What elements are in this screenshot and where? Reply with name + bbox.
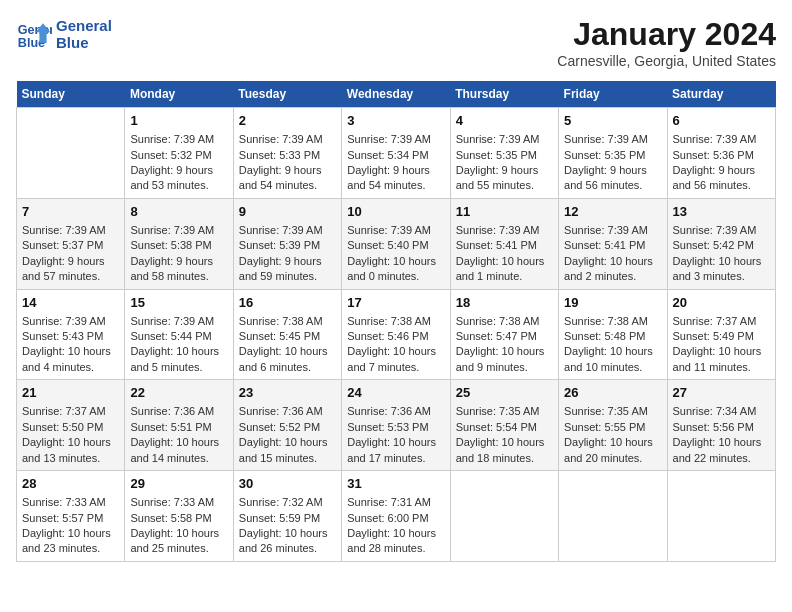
daylight-line: Daylight: 10 hours and 9 minutes. xyxy=(456,344,553,375)
header-monday: Monday xyxy=(125,81,233,108)
sunrise-line: Sunrise: 7:36 AM xyxy=(239,404,336,419)
sunrise-line: Sunrise: 7:39 AM xyxy=(130,223,227,238)
daylight-line: Daylight: 9 hours and 54 minutes. xyxy=(347,163,444,194)
day-number: 14 xyxy=(22,294,119,312)
logo-icon: General Blue xyxy=(16,16,52,52)
day-cell: 4Sunrise: 7:39 AMSunset: 5:35 PMDaylight… xyxy=(450,108,558,199)
sunrise-line: Sunrise: 7:39 AM xyxy=(456,223,553,238)
day-cell: 23Sunrise: 7:36 AMSunset: 5:52 PMDayligh… xyxy=(233,380,341,471)
sunrise-line: Sunrise: 7:36 AM xyxy=(347,404,444,419)
day-cell: 30Sunrise: 7:32 AMSunset: 5:59 PMDayligh… xyxy=(233,471,341,562)
sunrise-line: Sunrise: 7:38 AM xyxy=(347,314,444,329)
daylight-line: Daylight: 10 hours and 13 minutes. xyxy=(22,435,119,466)
daylight-line: Daylight: 9 hours and 59 minutes. xyxy=(239,254,336,285)
sunset-line: Sunset: 5:45 PM xyxy=(239,329,336,344)
logo: General Blue General Blue xyxy=(16,16,112,52)
day-number: 2 xyxy=(239,112,336,130)
header-friday: Friday xyxy=(559,81,667,108)
daylight-line: Daylight: 9 hours and 56 minutes. xyxy=(673,163,770,194)
sunrise-line: Sunrise: 7:35 AM xyxy=(456,404,553,419)
sunset-line: Sunset: 5:44 PM xyxy=(130,329,227,344)
sunrise-line: Sunrise: 7:39 AM xyxy=(130,314,227,329)
day-cell: 27Sunrise: 7:34 AMSunset: 5:56 PMDayligh… xyxy=(667,380,775,471)
day-cell xyxy=(667,471,775,562)
sunset-line: Sunset: 5:59 PM xyxy=(239,511,336,526)
day-cell: 18Sunrise: 7:38 AMSunset: 5:47 PMDayligh… xyxy=(450,289,558,380)
day-cell: 31Sunrise: 7:31 AMSunset: 6:00 PMDayligh… xyxy=(342,471,450,562)
weekday-header-row: SundayMondayTuesdayWednesdayThursdayFrid… xyxy=(17,81,776,108)
sunset-line: Sunset: 5:43 PM xyxy=(22,329,119,344)
sunset-line: Sunset: 5:39 PM xyxy=(239,238,336,253)
daylight-line: Daylight: 10 hours and 23 minutes. xyxy=(22,526,119,557)
sunset-line: Sunset: 5:42 PM xyxy=(673,238,770,253)
sunrise-line: Sunrise: 7:36 AM xyxy=(130,404,227,419)
daylight-line: Daylight: 10 hours and 10 minutes. xyxy=(564,344,661,375)
month-title: January 2024 xyxy=(557,16,776,53)
day-number: 12 xyxy=(564,203,661,221)
day-number: 9 xyxy=(239,203,336,221)
day-number: 15 xyxy=(130,294,227,312)
week-row-2: 7Sunrise: 7:39 AMSunset: 5:37 PMDaylight… xyxy=(17,198,776,289)
sunrise-line: Sunrise: 7:39 AM xyxy=(22,314,119,329)
sunrise-line: Sunrise: 7:32 AM xyxy=(239,495,336,510)
day-number: 1 xyxy=(130,112,227,130)
header-tuesday: Tuesday xyxy=(233,81,341,108)
sunset-line: Sunset: 5:49 PM xyxy=(673,329,770,344)
day-cell xyxy=(559,471,667,562)
day-cell xyxy=(17,108,125,199)
day-cell: 13Sunrise: 7:39 AMSunset: 5:42 PMDayligh… xyxy=(667,198,775,289)
sunrise-line: Sunrise: 7:39 AM xyxy=(673,132,770,147)
day-number: 24 xyxy=(347,384,444,402)
day-number: 10 xyxy=(347,203,444,221)
sunset-line: Sunset: 5:40 PM xyxy=(347,238,444,253)
daylight-line: Daylight: 10 hours and 5 minutes. xyxy=(130,344,227,375)
sunset-line: Sunset: 5:34 PM xyxy=(347,148,444,163)
logo-general: General xyxy=(56,17,112,34)
sunrise-line: Sunrise: 7:33 AM xyxy=(22,495,119,510)
day-cell: 10Sunrise: 7:39 AMSunset: 5:40 PMDayligh… xyxy=(342,198,450,289)
sunset-line: Sunset: 5:55 PM xyxy=(564,420,661,435)
day-cell: 26Sunrise: 7:35 AMSunset: 5:55 PMDayligh… xyxy=(559,380,667,471)
day-cell: 12Sunrise: 7:39 AMSunset: 5:41 PMDayligh… xyxy=(559,198,667,289)
sunrise-line: Sunrise: 7:37 AM xyxy=(22,404,119,419)
daylight-line: Daylight: 10 hours and 11 minutes. xyxy=(673,344,770,375)
logo-blue: Blue xyxy=(56,34,112,51)
header-wednesday: Wednesday xyxy=(342,81,450,108)
sunrise-line: Sunrise: 7:39 AM xyxy=(130,132,227,147)
sunset-line: Sunset: 5:54 PM xyxy=(456,420,553,435)
day-cell: 22Sunrise: 7:36 AMSunset: 5:51 PMDayligh… xyxy=(125,380,233,471)
day-number: 23 xyxy=(239,384,336,402)
day-number: 17 xyxy=(347,294,444,312)
daylight-line: Daylight: 10 hours and 3 minutes. xyxy=(673,254,770,285)
day-number: 26 xyxy=(564,384,661,402)
sunrise-line: Sunrise: 7:35 AM xyxy=(564,404,661,419)
daylight-line: Daylight: 10 hours and 20 minutes. xyxy=(564,435,661,466)
sunrise-line: Sunrise: 7:39 AM xyxy=(564,223,661,238)
calendar-table: SundayMondayTuesdayWednesdayThursdayFrid… xyxy=(16,81,776,562)
sunset-line: Sunset: 5:53 PM xyxy=(347,420,444,435)
day-cell: 16Sunrise: 7:38 AMSunset: 5:45 PMDayligh… xyxy=(233,289,341,380)
day-cell: 21Sunrise: 7:37 AMSunset: 5:50 PMDayligh… xyxy=(17,380,125,471)
sunrise-line: Sunrise: 7:39 AM xyxy=(673,223,770,238)
sunset-line: Sunset: 6:00 PM xyxy=(347,511,444,526)
daylight-line: Daylight: 10 hours and 18 minutes. xyxy=(456,435,553,466)
day-number: 29 xyxy=(130,475,227,493)
daylight-line: Daylight: 10 hours and 17 minutes. xyxy=(347,435,444,466)
day-cell: 5Sunrise: 7:39 AMSunset: 5:35 PMDaylight… xyxy=(559,108,667,199)
day-number: 22 xyxy=(130,384,227,402)
daylight-line: Daylight: 9 hours and 54 minutes. xyxy=(239,163,336,194)
sunrise-line: Sunrise: 7:39 AM xyxy=(347,223,444,238)
sunset-line: Sunset: 5:46 PM xyxy=(347,329,444,344)
daylight-line: Daylight: 10 hours and 22 minutes. xyxy=(673,435,770,466)
day-cell: 6Sunrise: 7:39 AMSunset: 5:36 PMDaylight… xyxy=(667,108,775,199)
day-number: 20 xyxy=(673,294,770,312)
day-number: 3 xyxy=(347,112,444,130)
day-number: 7 xyxy=(22,203,119,221)
sunset-line: Sunset: 5:56 PM xyxy=(673,420,770,435)
sunset-line: Sunset: 5:38 PM xyxy=(130,238,227,253)
day-cell: 11Sunrise: 7:39 AMSunset: 5:41 PMDayligh… xyxy=(450,198,558,289)
daylight-line: Daylight: 10 hours and 6 minutes. xyxy=(239,344,336,375)
header-sunday: Sunday xyxy=(17,81,125,108)
day-cell: 25Sunrise: 7:35 AMSunset: 5:54 PMDayligh… xyxy=(450,380,558,471)
page-header: General Blue General Blue January 2024 C… xyxy=(16,16,776,69)
